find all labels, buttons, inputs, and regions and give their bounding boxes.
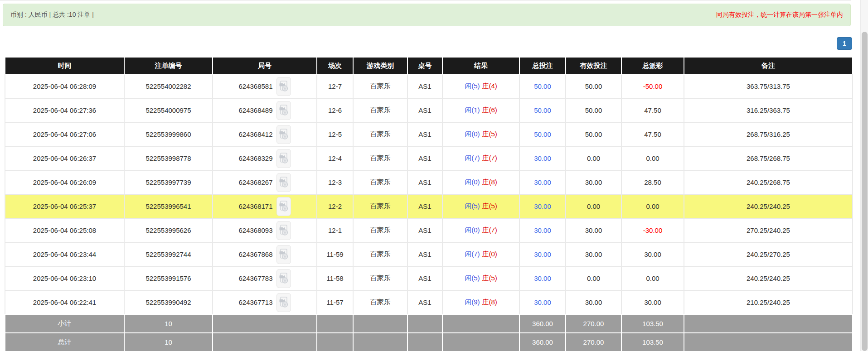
total-bet-cell: 50.00 <box>520 75 565 98</box>
payout-cell: 28.50 <box>622 171 684 194</box>
result-cell: 闲(0)庄(8) <box>443 171 519 194</box>
summary-total-bet-cell: 360.00 <box>520 333 565 351</box>
video-replay-icon[interactable] <box>276 245 291 264</box>
summary-valid-bet-cell: 270.00 <box>566 315 621 332</box>
summary-empty-cell <box>213 333 316 351</box>
video-replay-icon[interactable] <box>276 173 291 192</box>
remark-cell: 240.25/240.25 <box>684 267 852 290</box>
valid-bet-cell: 0.00 <box>566 195 621 218</box>
video-replay-icon[interactable] <box>276 77 291 96</box>
game-type-cell: 百家乐 <box>354 75 407 98</box>
video-replay-icon[interactable] <box>276 101 291 120</box>
total-bet-cell: 30.00 <box>520 219 565 242</box>
player-result: 闲(0) <box>465 178 480 187</box>
summary-empty-cell <box>213 315 316 332</box>
total-bet-link[interactable]: 50.00 <box>534 82 551 90</box>
bet-number-cell: 522553999860 <box>125 123 212 146</box>
game-type-cell: 百家乐 <box>354 291 407 314</box>
table-number-cell: AS1 <box>408 147 442 170</box>
total-bet-link[interactable]: 30.00 <box>534 154 551 162</box>
player-result: 闲(0) <box>465 130 480 139</box>
round-number-cell: 624367783 <box>213 267 316 290</box>
video-replay-icon[interactable] <box>276 149 291 168</box>
bet-number-cell: 522553996541 <box>125 195 212 218</box>
valid-bet-cell: 50.00 <box>566 75 621 98</box>
total-bet-link[interactable]: 30.00 <box>534 226 551 234</box>
summary-total-bet-cell: 360.00 <box>520 315 565 332</box>
table-row: 2025-06-04 06:28:09522554002282624368581… <box>5 74 852 98</box>
video-replay-icon[interactable] <box>276 125 291 144</box>
time-cell: 2025-06-04 06:23:10 <box>5 267 124 290</box>
total-bet-link[interactable]: 50.00 <box>534 130 551 138</box>
video-replay-icon[interactable] <box>276 221 291 240</box>
table-row: 2025-06-04 06:23:10522553991576624367783… <box>5 266 852 290</box>
game-type-cell: 百家乐 <box>354 123 407 146</box>
banker-result: 庄(6) <box>482 106 497 115</box>
table-number-cell: AS1 <box>408 267 442 290</box>
session-cell: 11-58 <box>317 267 353 290</box>
banker-result: 庄(5) <box>482 274 497 283</box>
bet-number-cell: 522553998778 <box>125 147 212 170</box>
bet-number-cell: 522553995626 <box>125 219 212 242</box>
game-type-cell: 百家乐 <box>354 219 407 242</box>
top-divider <box>0 0 851 0</box>
summary-empty-cell <box>317 333 353 351</box>
round-number-cell: 624368329 <box>213 147 316 170</box>
total-bet-link[interactable]: 30.00 <box>534 250 551 258</box>
player-result: 闲(7) <box>465 250 480 259</box>
payout-cell: 30.00 <box>622 291 684 314</box>
vertical-scrollbar[interactable] <box>860 0 868 351</box>
total-bet-link[interactable]: 30.00 <box>534 202 551 210</box>
table-row: 2025-06-04 06:27:36522554000975624368489… <box>5 98 852 122</box>
pagination: 1 <box>837 37 852 50</box>
pagination-page-1-button[interactable]: 1 <box>837 37 852 50</box>
player-result: 闲(7) <box>465 154 480 163</box>
game-type-cell: 百家乐 <box>354 147 407 170</box>
remark-cell: 210.25/240.25 <box>684 291 852 314</box>
valid-bet-notice: 同局有效投注，统一计算在该局第一张注单内 <box>716 11 843 19</box>
video-replay-icon[interactable] <box>276 293 291 312</box>
session-cell: 12-6 <box>317 99 353 122</box>
remark-cell: 363.75/313.75 <box>684 75 852 98</box>
video-replay-icon[interactable] <box>276 269 291 288</box>
total-bet-link[interactable]: 50.00 <box>534 106 551 114</box>
valid-bet-cell: 50.00 <box>566 123 621 146</box>
table-row: 2025-06-04 06:26:09522553997739624368267… <box>5 170 852 194</box>
summary-count-cell: 10 <box>125 333 212 351</box>
video-replay-icon[interactable] <box>276 197 291 216</box>
player-result: 闲(5) <box>465 202 480 211</box>
table-number-cell: AS1 <box>408 123 442 146</box>
round-number: 624368489 <box>238 106 272 114</box>
round-number: 624367713 <box>238 298 272 306</box>
valid-bet-cell: 30.00 <box>566 291 621 314</box>
remark-cell: 268.75/268.75 <box>684 147 852 170</box>
summary-empty-cell <box>317 315 353 332</box>
summary-valid-bet-cell: 270.00 <box>566 333 621 351</box>
result-cell: 闲(5)庄(4) <box>443 75 519 98</box>
round-number: 624368329 <box>238 154 272 162</box>
payout-cell: 0.00 <box>622 267 684 290</box>
total-bet-link[interactable]: 30.00 <box>534 178 551 186</box>
summary-empty-cell <box>408 333 442 351</box>
payout-cell: -50.00 <box>622 75 684 98</box>
remark-cell: 268.75/316.25 <box>684 123 852 146</box>
total-bet-cell: 30.00 <box>520 195 565 218</box>
summary-empty-cell <box>684 315 852 332</box>
table-row: 2025-06-04 06:25:08522553995626624368093… <box>5 218 852 242</box>
session-cell: 12-5 <box>317 123 353 146</box>
column-header-5: 游戏类别 <box>354 58 407 74</box>
total-bet-link[interactable]: 30.00 <box>534 298 551 306</box>
valid-bet-cell: 50.00 <box>566 99 621 122</box>
player-result: 闲(1) <box>465 106 480 115</box>
round-number-cell: 624368171 <box>213 195 316 218</box>
remark-cell: 240.25/270.25 <box>684 243 852 266</box>
game-type-cell: 百家乐 <box>354 171 407 194</box>
bet-number-cell: 522554000975 <box>125 99 212 122</box>
round-number: 624368412 <box>238 130 272 138</box>
table-row: 2025-06-04 06:22:41522553990492624367713… <box>5 290 852 314</box>
session-cell: 12-4 <box>317 147 353 170</box>
time-cell: 2025-06-04 06:26:37 <box>5 147 124 170</box>
total-bet-link[interactable]: 30.00 <box>534 274 551 282</box>
scrollbar-thumb[interactable] <box>862 32 868 351</box>
time-cell: 2025-06-04 06:27:06 <box>5 123 124 146</box>
